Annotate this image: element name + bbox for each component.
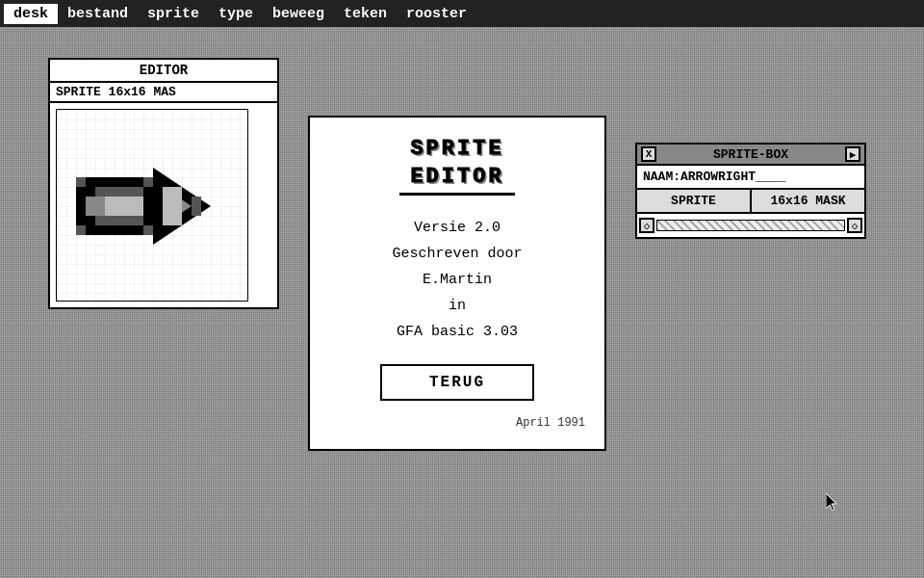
about-title-line2: EDITOR: [329, 165, 585, 189]
sprite-box-info: SPRITE 16x16 MASK: [637, 190, 864, 214]
editor-canvas[interactable]: [50, 103, 277, 307]
menu-type[interactable]: type: [209, 4, 263, 24]
about-version: Versie 2.0: [329, 215, 585, 241]
svg-rect-11: [143, 225, 153, 235]
sprite-scroll-right-arrow[interactable]: ◇: [847, 218, 862, 233]
svg-rect-18: [163, 187, 182, 225]
menu-desk[interactable]: desk: [4, 4, 58, 24]
svg-rect-12: [192, 197, 201, 206]
svg-rect-10: [143, 177, 153, 187]
sprite-box-titlebar: X SPRITE-BOX ▶: [637, 144, 864, 166]
svg-rect-13: [192, 206, 201, 216]
sprite-box: X SPRITE-BOX ▶ NAAM:ARROWRIGHT____ SPRIT…: [635, 143, 866, 239]
about-title-line1: SPRITE: [329, 137, 585, 161]
menubar: desk bestand sprite type beweeg teken ro…: [0, 0, 924, 27]
sprite-preview: [56, 109, 248, 302]
sprite-box-close-button[interactable]: X: [641, 146, 656, 162]
about-footer: April 1991: [329, 416, 585, 430]
sprite-box-title: SPRITE-BOX: [656, 147, 845, 162]
menu-bestand[interactable]: bestand: [58, 4, 138, 24]
svg-rect-17: [105, 197, 143, 216]
svg-rect-16: [76, 187, 86, 225]
menu-beweeg[interactable]: beweeg: [263, 4, 334, 24]
sprite-box-sprite-label: SPRITE: [637, 190, 752, 212]
sprite-scrollbar-track[interactable]: [656, 220, 845, 231]
about-author-line2: E.Martin: [329, 267, 585, 293]
about-author-line4: GFA basic 3.03: [329, 319, 585, 345]
svg-rect-6: [95, 216, 143, 225]
menu-rooster[interactable]: rooster: [397, 4, 476, 24]
svg-rect-5: [95, 187, 143, 197]
menu-teken[interactable]: teken: [334, 4, 397, 24]
sprite-box-size-label: 16x16 MASK: [752, 190, 864, 212]
about-text: Versie 2.0 Geschreven door E.Martin in G…: [329, 215, 585, 345]
editor-title: EDITOR: [140, 63, 188, 78]
about-author-line1: Geschreven door: [329, 241, 585, 267]
svg-rect-15: [86, 225, 143, 235]
editor-subtitle: SPRITE 16x16 MAS: [50, 83, 277, 103]
mouse-cursor: [826, 493, 837, 511]
sprite-box-name: NAAM:ARROWRIGHT____: [637, 166, 864, 190]
about-author-line3: in: [329, 293, 585, 319]
about-dialog: SPRITE EDITOR Versie 2.0 Geschreven door…: [308, 116, 606, 451]
svg-marker-19: [826, 493, 836, 511]
sprite-scroll-left-arrow[interactable]: ◇: [639, 218, 654, 233]
sprite-box-scroll-right[interactable]: ▶: [845, 146, 860, 162]
terug-button[interactable]: TERUG: [380, 364, 534, 401]
editor-window: EDITOR SPRITE 16x16 MAS: [48, 58, 279, 309]
sprite-box-scrollbar[interactable]: ◇ ◇: [637, 214, 864, 237]
menu-sprite[interactable]: sprite: [138, 4, 209, 24]
about-underline: [399, 193, 515, 196]
svg-rect-14: [86, 177, 143, 187]
editor-titlebar: EDITOR: [50, 60, 277, 83]
